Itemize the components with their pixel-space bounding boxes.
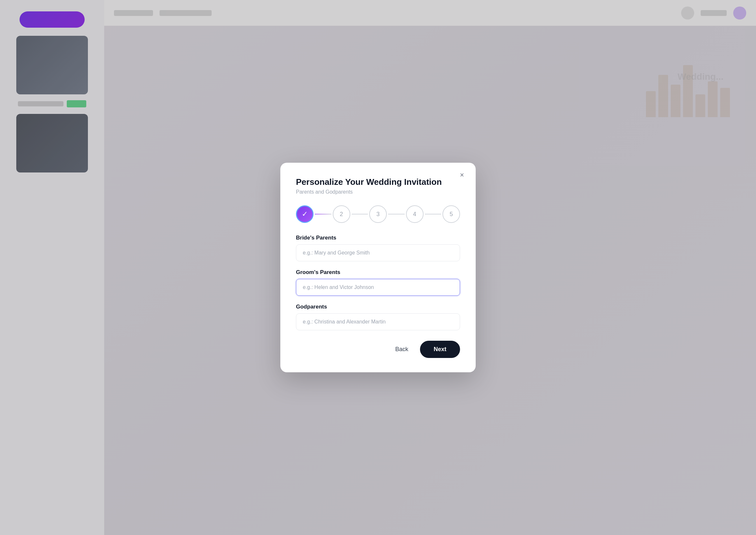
step-5[interactable]: 5 [443, 205, 460, 223]
step-line-4 [425, 214, 442, 214]
godparents-input[interactable] [296, 313, 460, 330]
step-line-1 [315, 214, 332, 214]
brides-parents-group: Bride's Parents [296, 235, 460, 261]
modal-subtitle: Parents and Godparents [296, 189, 460, 195]
close-button[interactable]: × [456, 169, 468, 181]
modal-dialog: × Personalize Your Wedding Invitation Pa… [280, 163, 476, 372]
grooms-parents-label: Groom's Parents [296, 269, 460, 276]
back-button[interactable]: Back [390, 343, 414, 356]
step-1[interactable]: ✓ [296, 205, 313, 223]
modal-title: Personalize Your Wedding Invitation [296, 177, 460, 187]
step-indicator: ✓ 2 3 4 5 [296, 205, 460, 223]
godparents-label: Godparents [296, 304, 460, 310]
step-4[interactable]: 4 [406, 205, 423, 223]
step-line-2 [352, 214, 368, 214]
godparents-group: Godparents [296, 304, 460, 330]
grooms-parents-input[interactable] [296, 279, 460, 296]
grooms-parents-group: Groom's Parents [296, 269, 460, 296]
brides-parents-label: Bride's Parents [296, 235, 460, 241]
modal-overlay: × Personalize Your Wedding Invitation Pa… [0, 0, 756, 535]
step-3[interactable]: 3 [369, 205, 387, 223]
step-line-3 [388, 214, 405, 214]
brides-parents-input[interactable] [296, 244, 460, 261]
modal-footer: Back Next [296, 341, 460, 358]
next-button[interactable]: Next [420, 341, 460, 358]
step-2[interactable]: 2 [333, 205, 350, 223]
